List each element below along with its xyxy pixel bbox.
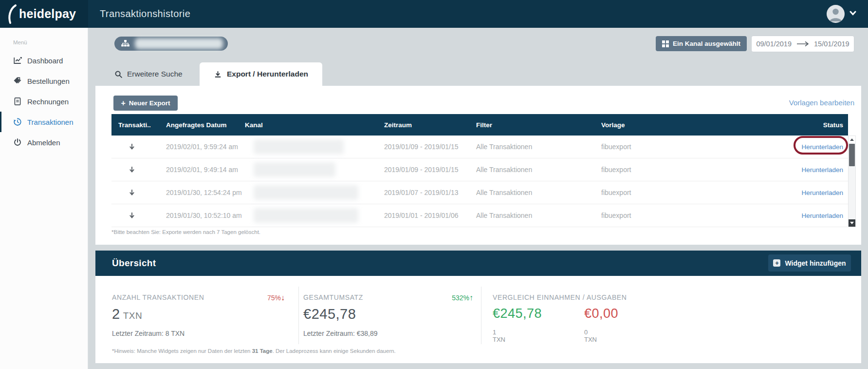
income-txn: 1 TXN xyxy=(493,329,505,343)
herunterladen-link[interactable]: Herunterladen xyxy=(801,166,843,174)
table-header-row: Transakti.. Angefragtes Datum Kanal Zeit… xyxy=(111,114,848,136)
arrow-down-icon: ↓ xyxy=(281,293,285,302)
date-range-picker[interactable]: 09/01/2019 15/01/2019 xyxy=(751,36,854,52)
widget-divider xyxy=(298,287,299,344)
logo-text: heidelpay xyxy=(19,7,76,21)
channel-filter-label: Ein Kanal ausgewählt xyxy=(673,40,740,47)
user-icon xyxy=(827,5,845,23)
scroll-down-button[interactable] xyxy=(849,219,855,227)
widget-anzahl-transaktionen: ANZAHL TRANSAKTIONEN 75%↓ 2TXN Letzter Z… xyxy=(112,276,285,344)
requested-date-cell: 2019/02/01, 9:49:14 am xyxy=(152,166,245,174)
export-footnote: *Bitte beachten Sie: Exporte werden nach… xyxy=(111,229,260,235)
download-icon xyxy=(214,70,222,78)
redacted-kanal-cell xyxy=(254,162,335,177)
invoice-icon xyxy=(13,97,22,106)
overview-footnote: *Hinweis: Manche Widgets zeigen nur Date… xyxy=(112,348,396,354)
table-row: 2019/01/30, 12:54:24 pm 2019/01/07 - 201… xyxy=(111,181,848,204)
new-export-button[interactable]: + Neuer Export xyxy=(113,96,178,111)
grid-icon xyxy=(662,40,669,47)
topbar: heidelpay Transaktionshistorie xyxy=(0,0,868,28)
widget-divider xyxy=(481,287,481,344)
sidebar-item-transaktionen[interactable]: Transaktionen xyxy=(0,112,88,132)
heidelpay-logo[interactable]: heidelpay xyxy=(0,0,88,28)
widget-unit: TXN xyxy=(123,311,143,321)
herunterladen-link[interactable]: Herunterladen xyxy=(801,143,843,151)
sidebar-item-label: Abmelden xyxy=(27,138,60,147)
header-requested-date: Angefragtes Datum xyxy=(152,121,245,129)
tab-label: Erweitere Suche xyxy=(127,70,183,78)
zeitraum-cell: 2019/01/09 - 2019/01/15 xyxy=(384,166,476,174)
sidebar-item-label: Rechnungen xyxy=(27,97,69,106)
download-row-icon[interactable] xyxy=(128,165,136,174)
zeitraum-cell: 2019/01/07 - 2019/01/13 xyxy=(384,189,476,196)
scroll-up-button[interactable] xyxy=(849,136,855,143)
table-row: 2019/02/01, 9:49:14 am 2019/01/09 - 2019… xyxy=(111,158,848,181)
add-widget-label: Widget hinzufügen xyxy=(785,259,846,267)
plus-square-icon: + xyxy=(773,259,780,267)
download-row-icon[interactable] xyxy=(128,188,136,197)
sidebar-item-abmelden[interactable]: Abmelden xyxy=(0,132,88,153)
search-icon xyxy=(114,70,123,78)
table-scrollbar[interactable] xyxy=(848,136,856,227)
sidebar-item-bestellungen[interactable]: Bestellungen xyxy=(0,71,88,91)
widget-vergleich-einnahmen-ausgaben: VERGLEICH EINNAHMEN / AUSGABEN €245,78 1… xyxy=(493,276,721,344)
edit-templates-link[interactable]: Vorlagen bearbeiten xyxy=(789,98,854,107)
filter-cell: Alle Transaktionen xyxy=(476,166,601,174)
expense-txn: 0 TXN xyxy=(584,329,597,343)
sidebar-item-dashboard[interactable]: Dashboard xyxy=(0,50,88,71)
arrow-right-icon xyxy=(796,41,809,47)
tab-erweitere-suche[interactable]: Erweitere Suche xyxy=(114,62,183,86)
overview-title: Übersicht xyxy=(112,258,156,269)
tags-icon xyxy=(13,77,22,85)
requested-date-cell: 2019/02/01, 9:59:24 am xyxy=(152,143,245,151)
chart-line-icon xyxy=(13,56,22,65)
overview-panel: Übersicht + Widget hinzufügen ANZAHL TRA… xyxy=(95,251,861,363)
table-row: 2019/02/01, 9:59:24 am 2019/01/09 - 2019… xyxy=(111,136,848,158)
overview-header: Übersicht + Widget hinzufügen xyxy=(95,251,861,276)
zeitraum-cell: 2019/01/09 - 2019/01/15 xyxy=(384,143,476,151)
vorlage-cell: fibuexport xyxy=(601,166,723,174)
export-panel: + Neuer Export Vorlagen bearbeiten Trans… xyxy=(95,86,861,245)
chevron-down-icon[interactable] xyxy=(850,11,856,16)
herunterladen-link[interactable]: Herunterladen xyxy=(801,189,843,196)
zeitraum-cell: 2019/01/01 - 2019/01/06 xyxy=(384,212,476,219)
widget-previous: Letzter Zeitraum: €38,89 xyxy=(303,330,378,337)
channel-filter-button[interactable]: Ein Kanal ausgewählt xyxy=(656,36,747,51)
plus-icon: + xyxy=(121,99,125,108)
merchant-scope-pill[interactable] xyxy=(114,37,228,51)
income-value: €245,78 xyxy=(493,306,542,321)
overview-body: ANZAHL TRANSAKTIONEN 75%↓ 2TXN Letzter Z… xyxy=(95,276,861,363)
redacted-kanal-cell xyxy=(254,139,344,154)
avatar[interactable] xyxy=(827,5,845,23)
tab-export-herunterladen[interactable]: Export / Herunterladen xyxy=(200,62,322,86)
header-zeitraum: Zeitraum xyxy=(384,121,476,129)
redacted-merchant-name xyxy=(135,38,223,49)
history-icon xyxy=(13,117,22,126)
table-row: 2019/01/30, 10:52:10 am 2019/01/01 - 201… xyxy=(111,204,848,227)
expense-value: €0,00 xyxy=(584,306,618,321)
download-row-icon[interactable] xyxy=(128,211,136,220)
vorlage-cell: fibuexport xyxy=(601,189,723,196)
exports-table: Transakti.. Angefragtes Datum Kanal Zeit… xyxy=(111,114,848,227)
vorlage-cell: fibuexport xyxy=(601,212,723,219)
herunterladen-link[interactable]: Herunterladen xyxy=(801,212,843,219)
sidebar-item-label: Dashboard xyxy=(27,57,63,65)
change-badge: 75%↓ xyxy=(267,293,285,302)
redacted-kanal-cell xyxy=(254,185,358,200)
redacted-kanal-cell xyxy=(254,208,358,223)
arrow-up-icon: ↑ xyxy=(469,293,473,302)
scrollbar-thumb[interactable] xyxy=(849,144,855,166)
filter-cell: Alle Transaktionen xyxy=(476,212,601,219)
widget-value: €245,78 xyxy=(303,306,356,322)
download-row-icon[interactable] xyxy=(128,142,136,151)
tab-label: Export / Herunterladen xyxy=(227,70,308,78)
power-icon xyxy=(13,138,22,147)
requested-date-cell: 2019/01/30, 12:54:24 pm xyxy=(152,189,245,196)
header-vorlage: Vorlage xyxy=(601,121,723,129)
menu-label: Menü xyxy=(13,39,88,45)
sidebar-item-rechnungen[interactable]: Rechnungen xyxy=(0,91,88,112)
header-filter: Filter xyxy=(476,121,601,129)
add-widget-button[interactable]: + Widget hinzufügen xyxy=(768,254,851,272)
requested-date-cell: 2019/01/30, 10:52:10 am xyxy=(152,212,245,219)
sitemap-icon xyxy=(121,40,129,47)
